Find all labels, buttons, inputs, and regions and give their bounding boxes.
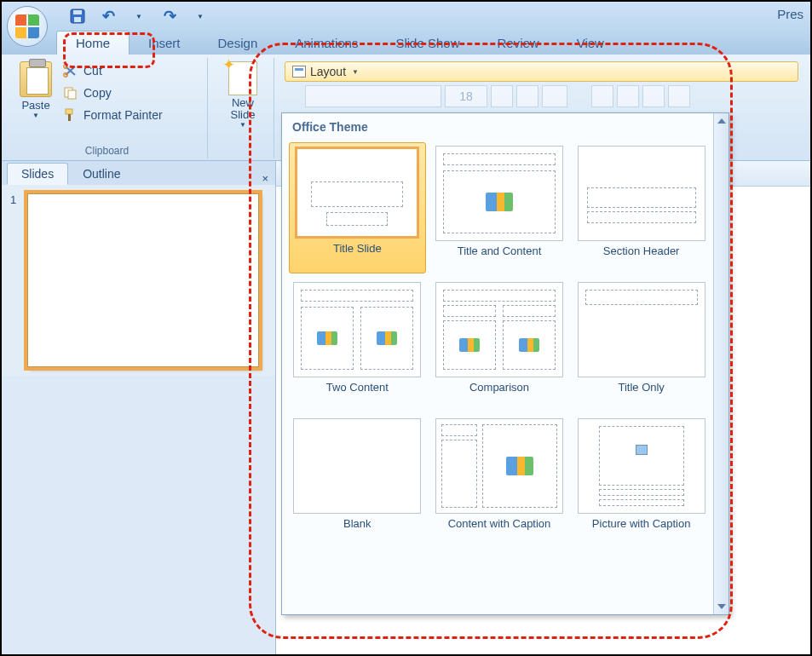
gallery-grid: Title SlideTitle and ContentSection Head…	[282, 139, 728, 551]
paintbrush-icon	[63, 108, 78, 122]
layout-option-label: Comparison	[469, 381, 529, 406]
layout-icon	[292, 66, 306, 78]
copy-button[interactable]: Copy	[63, 83, 163, 102]
new-slide-icon	[228, 61, 257, 95]
bullets-icon	[591, 85, 613, 107]
paste-label: Paste	[21, 99, 49, 112]
save-button[interactable]	[68, 7, 87, 26]
layout-option-label: Blank	[343, 517, 371, 543]
font-controls-disabled: 18	[305, 85, 798, 107]
layout-label: Layout	[310, 65, 346, 78]
layout-option-title-content[interactable]: Title and Content	[431, 142, 568, 273]
tab-home[interactable]: Home	[56, 31, 130, 55]
new-slide-button[interactable]: New Slide ▼	[218, 60, 268, 129]
layout-thumb-icon	[435, 282, 563, 377]
shrink-font-icon	[516, 85, 538, 107]
layout-thumb-icon	[578, 282, 705, 377]
layout-option-label: Title and Content	[458, 245, 542, 270]
clipboard-group-label: Clipboard	[7, 145, 207, 157]
layout-gallery: Office Theme Title SlideTitle and Conten…	[281, 112, 729, 615]
paste-button[interactable]: Paste ▼	[14, 60, 58, 124]
clear-format-icon	[542, 85, 567, 107]
panel-close-button[interactable]: ×	[262, 172, 268, 185]
layout-option-title[interactable]: Title Slide	[289, 142, 426, 273]
cut-label: Cut	[84, 64, 102, 78]
layout-option-blank[interactable]: Blank	[289, 415, 426, 546]
tab-design[interactable]: Design	[199, 32, 277, 55]
layout-option-label: Section Header	[603, 245, 680, 270]
layout-option-content-caption[interactable]: Content with Caption	[431, 415, 568, 546]
font-family-box	[305, 85, 441, 107]
chevron-down-icon: ▼	[135, 13, 142, 20]
save-icon	[70, 9, 85, 24]
office-logo-icon	[15, 14, 39, 38]
svg-rect-2	[74, 17, 81, 22]
qat-customize[interactable]: ▼	[191, 7, 210, 26]
layout-option-label: Picture with Caption	[592, 517, 691, 543]
layout-button[interactable]: Layout ▼	[285, 61, 798, 82]
quick-access-toolbar: ↶ ▼ ↷ ▼	[68, 7, 210, 26]
redo-icon: ↷	[164, 7, 176, 26]
chevron-down-icon: ▼	[352, 68, 359, 76]
slides-panel: Slides Outline × 1	[2, 161, 276, 654]
copy-icon	[63, 86, 78, 100]
layout-thumb-icon	[295, 147, 419, 239]
slide-number: 1	[10, 193, 22, 367]
new-slide-label: New Slide	[231, 97, 256, 121]
slide-thumbnail[interactable]: 1	[10, 193, 267, 367]
chevron-down-icon: ▼	[32, 112, 39, 119]
layout-option-label: Title Only	[618, 381, 664, 406]
panel-tabs: Slides Outline ×	[2, 161, 275, 185]
copy-label: Copy	[84, 86, 112, 100]
office-button[interactable]	[7, 6, 48, 47]
undo-button[interactable]: ↶	[99, 7, 118, 26]
redo-button[interactable]: ↷	[160, 7, 179, 26]
svg-rect-6	[68, 90, 76, 99]
slides-group: New Slide ▼	[211, 58, 274, 158]
ribbon-tabs: Home Insert Design Animations Slide Show…	[2, 31, 810, 55]
scissors-icon	[63, 64, 78, 78]
chevron-down-icon: ▼	[239, 121, 246, 129]
chevron-down-icon: ▼	[197, 13, 204, 20]
layout-thumb-icon	[293, 282, 421, 377]
layout-option-label: Title Slide	[333, 242, 382, 268]
layout-thumb-icon	[435, 418, 563, 514]
numbering-icon	[617, 85, 639, 107]
qat-dropdown[interactable]: ▼	[130, 7, 148, 26]
layout-thumb-icon	[578, 146, 705, 241]
layout-thumb-icon	[435, 146, 563, 241]
gallery-header: Office Theme	[282, 113, 728, 139]
format-painter-label: Format Painter	[84, 108, 163, 122]
title-bar: ↶ ▼ ↷ ▼ Pres	[2, 2, 810, 31]
tab-view[interactable]: View	[558, 32, 623, 55]
tab-slide-show[interactable]: Slide Show	[377, 32, 478, 55]
svg-rect-7	[66, 109, 72, 114]
svg-rect-8	[68, 114, 71, 121]
paste-icon	[20, 61, 52, 97]
slide-preview	[27, 193, 259, 367]
slides-tab[interactable]: Slides	[7, 163, 68, 185]
font-size-box: 18	[445, 85, 487, 107]
align-center-icon	[668, 85, 690, 107]
document-title: Pres	[777, 7, 803, 21]
svg-rect-1	[73, 10, 82, 14]
outline-tab[interactable]: Outline	[68, 163, 135, 185]
thumbnails-area: 1	[2, 185, 275, 376]
cut-button[interactable]: Cut	[63, 61, 163, 80]
layout-option-section[interactable]: Section Header	[573, 142, 710, 273]
align-left-icon	[642, 85, 665, 107]
gallery-scrollbar[interactable]	[713, 113, 728, 614]
tab-review[interactable]: Review	[478, 32, 557, 55]
layout-thumb-icon	[293, 418, 421, 514]
layout-option-picture-caption[interactable]: Picture with Caption	[573, 415, 710, 546]
tab-animations[interactable]: Animations	[276, 32, 377, 55]
tab-insert[interactable]: Insert	[130, 32, 199, 55]
layout-option-two-content[interactable]: Two Content	[289, 279, 426, 410]
undo-icon: ↶	[102, 7, 115, 26]
layout-option-comparison[interactable]: Comparison	[431, 279, 568, 410]
grow-font-icon	[491, 85, 513, 107]
layout-option-label: Two Content	[326, 381, 389, 406]
layout-option-title-only[interactable]: Title Only	[573, 279, 710, 410]
layout-option-label: Content with Caption	[448, 517, 551, 543]
format-painter-button[interactable]: Format Painter	[63, 106, 163, 124]
